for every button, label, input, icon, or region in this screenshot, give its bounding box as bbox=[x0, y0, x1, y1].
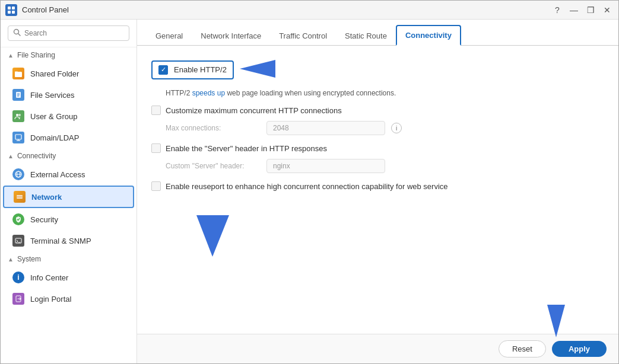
enable-http2-checkbox-row[interactable]: ✓ Enable HTTP/2 bbox=[151, 60, 234, 79]
svg-marker-26 bbox=[547, 305, 565, 337]
login-portal-icon bbox=[12, 293, 24, 305]
sidebar-search-area bbox=[1, 20, 137, 47]
info-icon[interactable]: i bbox=[391, 123, 402, 133]
footer: Reset Apply bbox=[137, 334, 618, 363]
chevron-down-icon: ▲ bbox=[8, 52, 14, 59]
reuseport-row: Enable reuseport to enhance high concurr… bbox=[151, 181, 604, 191]
tab-bar: General Network Interface Traffic Contro… bbox=[137, 20, 618, 46]
help-button[interactable]: ? bbox=[551, 4, 564, 17]
svg-rect-2 bbox=[8, 11, 11, 14]
sidebar-item-security[interactable]: Security bbox=[1, 209, 137, 230]
server-header-label: Enable the "Server" header in HTTP respo… bbox=[166, 144, 327, 153]
terminal-icon bbox=[12, 235, 24, 247]
customize-http-checkbox[interactable] bbox=[151, 106, 161, 115]
search-box[interactable] bbox=[8, 25, 129, 41]
sidebar-item-label-domain: Domain/LDAP bbox=[30, 133, 79, 142]
close-button[interactable]: ✕ bbox=[601, 4, 614, 17]
enable-http2-label: Enable HTTP/2 bbox=[174, 65, 227, 74]
max-connections-input[interactable] bbox=[266, 121, 385, 135]
custom-server-header-label: Custom "Server" header: bbox=[166, 162, 261, 170]
section-connectivity[interactable]: ▲ Connectivity bbox=[1, 148, 137, 164]
sidebar-item-label-network: Network bbox=[31, 193, 62, 202]
sidebar-item-file-services[interactable]: File Services bbox=[1, 84, 137, 106]
custom-server-header-input[interactable] bbox=[266, 159, 385, 173]
sidebar: ▲ File Sharing Shared Folder bbox=[1, 20, 137, 363]
sidebar-item-shared-folder[interactable]: Shared Folder bbox=[1, 63, 137, 84]
sidebar-item-label-security: Security bbox=[30, 215, 58, 224]
tab-static-route[interactable]: Static Route bbox=[336, 26, 396, 46]
section-file-sharing[interactable]: ▲ File Sharing bbox=[1, 47, 137, 63]
sidebar-item-network[interactable]: Network bbox=[3, 186, 134, 208]
tab-connectivity[interactable]: Connectivity bbox=[396, 25, 461, 46]
control-panel-window: Control Panel ? — ❒ ✕ bbox=[0, 0, 619, 364]
content: General Network Interface Traffic Contro… bbox=[137, 20, 618, 363]
main-layout: ▲ File Sharing Shared Folder bbox=[1, 20, 618, 363]
svg-rect-19 bbox=[17, 195, 23, 199]
search-input[interactable] bbox=[24, 29, 124, 37]
minimize-button[interactable]: — bbox=[567, 4, 580, 17]
svg-rect-0 bbox=[8, 7, 11, 9]
sidebar-item-label-terminal: Terminal & SNMP bbox=[30, 237, 91, 245]
titlebar: Control Panel ? — ❒ ✕ bbox=[1, 1, 618, 20]
svg-point-12 bbox=[18, 114, 21, 116]
svg-line-5 bbox=[18, 34, 21, 36]
max-connections-row: Max connections: i bbox=[151, 121, 604, 135]
info-center-icon: i bbox=[12, 272, 24, 283]
apply-button[interactable]: Apply bbox=[552, 341, 607, 357]
section-connectivity-label: Connectivity bbox=[17, 152, 56, 160]
section-file-sharing-label: File Sharing bbox=[17, 51, 55, 59]
chevron-down-icon-2: ▲ bbox=[8, 153, 14, 159]
search-icon bbox=[13, 28, 21, 38]
shared-folder-icon bbox=[12, 68, 24, 79]
sidebar-item-label-user-group: User & Group bbox=[30, 112, 77, 121]
sidebar-item-terminal-snmp[interactable]: Terminal & SNMP bbox=[1, 230, 137, 251]
window-title: Control Panel bbox=[22, 5, 546, 14]
chevron-down-icon-3: ▲ bbox=[8, 256, 14, 263]
arrow-annotation-http2 bbox=[240, 58, 281, 82]
svg-marker-25 bbox=[240, 60, 275, 78]
section-system[interactable]: ▲ System bbox=[1, 251, 137, 267]
customize-http-label: Customize maximum concurrent HTTP connec… bbox=[166, 106, 342, 115]
http2-description: HTTP/2 speeds up web page loading when u… bbox=[151, 89, 604, 97]
tab-network-interface[interactable]: Network Interface bbox=[192, 26, 270, 46]
server-header-row: Enable the "Server" header in HTTP respo… bbox=[151, 143, 604, 153]
svg-rect-1 bbox=[12, 7, 15, 9]
tab-general[interactable]: General bbox=[147, 26, 192, 46]
custom-server-header-row: Custom "Server" header: bbox=[151, 159, 604, 173]
sidebar-item-info-center[interactable]: i Info Center bbox=[1, 267, 137, 288]
file-services-icon bbox=[12, 89, 24, 101]
server-header-checkbox[interactable] bbox=[151, 143, 161, 153]
external-access-icon bbox=[12, 168, 24, 180]
sidebar-item-user-group[interactable]: User & Group bbox=[1, 106, 137, 127]
sidebar-item-login-portal[interactable]: Login Portal bbox=[1, 288, 137, 309]
customize-http-row: Customize maximum concurrent HTTP connec… bbox=[151, 106, 604, 115]
apply-arrow-annotation bbox=[541, 305, 571, 339]
http2-option-row: ✓ Enable HTTP/2 bbox=[151, 58, 604, 82]
svg-point-11 bbox=[16, 114, 18, 116]
sidebar-item-domain-ldap[interactable]: Domain/LDAP bbox=[1, 127, 137, 148]
sidebar-item-external-access[interactable]: External Access bbox=[1, 164, 137, 185]
content-body: ✓ Enable HTTP/2 HTTP/2 speeds up web pag… bbox=[137, 46, 618, 334]
max-connections-label: Max connections: bbox=[166, 124, 261, 132]
app-icon bbox=[5, 4, 17, 16]
section-system-label: System bbox=[17, 255, 41, 263]
content-area: General Network Interface Traffic Contro… bbox=[137, 20, 618, 363]
maximize-button[interactable]: ❒ bbox=[584, 4, 597, 17]
security-icon bbox=[12, 213, 24, 225]
network-icon bbox=[14, 191, 26, 203]
footer-buttons: Reset Apply bbox=[499, 340, 607, 357]
domain-icon bbox=[12, 132, 24, 143]
reuseport-label: Enable reuseport to enhance high concurr… bbox=[166, 182, 448, 191]
svg-rect-3 bbox=[12, 11, 15, 14]
reset-button[interactable]: Reset bbox=[499, 340, 546, 357]
enable-http2-checkbox[interactable]: ✓ bbox=[158, 65, 168, 75]
svg-rect-13 bbox=[15, 135, 21, 139]
sidebar-item-label-login-portal: Login Portal bbox=[30, 295, 71, 304]
user-group-icon bbox=[12, 110, 24, 122]
reuseport-checkbox[interactable] bbox=[151, 181, 161, 191]
sidebar-item-label-info-center: Info Center bbox=[30, 273, 68, 282]
sidebar-item-label-shared-folder: Shared Folder bbox=[30, 69, 79, 78]
sidebar-item-label-external-access: External Access bbox=[30, 170, 85, 179]
tab-traffic-control[interactable]: Traffic Control bbox=[270, 26, 336, 46]
window-controls: ? — ❒ ✕ bbox=[551, 4, 614, 17]
